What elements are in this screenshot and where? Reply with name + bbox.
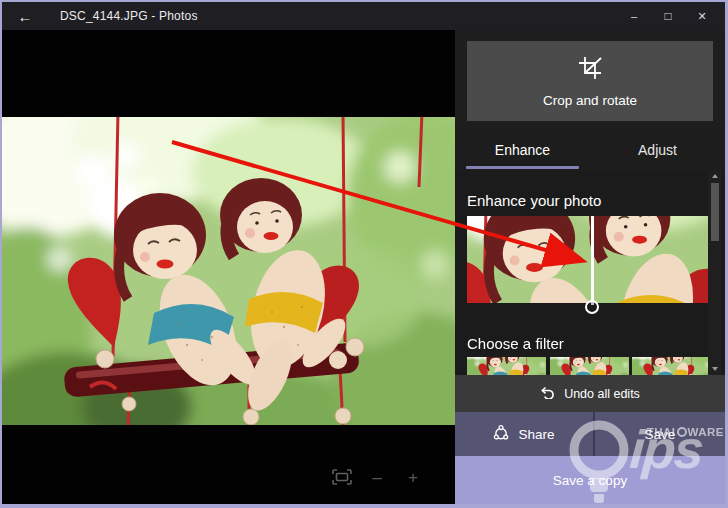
- undo-all-edits-label: Undo all edits: [564, 387, 640, 401]
- photo: [2, 117, 455, 425]
- scrollbar-down-icon[interactable]: [708, 363, 721, 375]
- share-label: Share: [518, 427, 554, 442]
- share-save-bar: Share Save: [455, 412, 725, 456]
- maximize-icon: □: [664, 9, 671, 23]
- crop-section: Crop and rotate: [455, 30, 725, 130]
- back-arrow-icon: ←: [18, 8, 33, 25]
- tab-adjust[interactable]: Adjust: [590, 130, 725, 170]
- tab-enhance[interactable]: Enhance: [455, 130, 590, 170]
- save-label: Save: [645, 427, 676, 442]
- fit-to-window-icon[interactable]: [332, 469, 352, 485]
- minimize-button[interactable]: –: [617, 2, 651, 30]
- close-icon: ✕: [697, 10, 706, 23]
- titlebar: ← DSC_4144.JPG - Photos – □ ✕: [2, 2, 725, 30]
- enhance-preview-thumbnail[interactable]: [467, 216, 710, 303]
- back-button[interactable]: ←: [2, 2, 48, 30]
- enhance-scroll-area: Enhance your photo Choose a filter: [455, 170, 725, 375]
- undo-icon: [540, 385, 555, 403]
- window-title: DSC_4144.JPG - Photos: [60, 9, 198, 23]
- scrollbar-thumb[interactable]: [711, 183, 719, 241]
- save-a-copy-button[interactable]: Save a copy: [455, 456, 725, 504]
- edit-panel: Crop and rotate Enhance Adjust Enhance y…: [455, 30, 725, 504]
- photo-canvas: – +: [2, 30, 455, 504]
- crop-and-rotate-button[interactable]: Crop and rotate: [467, 41, 713, 121]
- undo-all-edits-button[interactable]: Undo all edits: [455, 375, 725, 412]
- tab-enhance-label: Enhance: [495, 142, 550, 158]
- filter-thumbnail[interactable]: [632, 357, 711, 375]
- scrollbar-up-icon[interactable]: [708, 170, 721, 182]
- minimize-icon: –: [631, 10, 637, 22]
- crop-and-rotate-label: Crop and rotate: [543, 93, 637, 108]
- zoom-in-button[interactable]: +: [402, 469, 424, 486]
- filter-strip: [455, 357, 725, 375]
- canvas-zoom-controls: – +: [332, 464, 448, 490]
- save-button[interactable]: Save: [595, 412, 725, 456]
- share-icon: [493, 425, 509, 444]
- active-tab-underline: [466, 166, 579, 169]
- enhance-slider-track[interactable]: [591, 216, 594, 305]
- tab-adjust-label: Adjust: [638, 142, 677, 158]
- maximize-button[interactable]: □: [651, 2, 685, 30]
- zoom-out-button[interactable]: –: [366, 469, 388, 486]
- filter-thumbnail[interactable]: [467, 357, 546, 375]
- panel-scrollbar[interactable]: [708, 170, 721, 375]
- filter-thumbnail[interactable]: [550, 357, 629, 375]
- edit-tabs: Enhance Adjust: [455, 130, 725, 170]
- save-a-copy-label: Save a copy: [553, 473, 627, 488]
- photos-app-window: ← DSC_4144.JPG - Photos – □ ✕ – +: [2, 2, 725, 504]
- window-controls: – □ ✕: [617, 2, 719, 30]
- enhance-heading: Enhance your photo: [467, 192, 601, 209]
- crop-icon: [577, 55, 603, 85]
- close-button[interactable]: ✕: [685, 2, 719, 30]
- filter-heading: Choose a filter: [467, 335, 564, 352]
- enhance-slider-handle[interactable]: [585, 300, 599, 314]
- share-button[interactable]: Share: [455, 412, 593, 456]
